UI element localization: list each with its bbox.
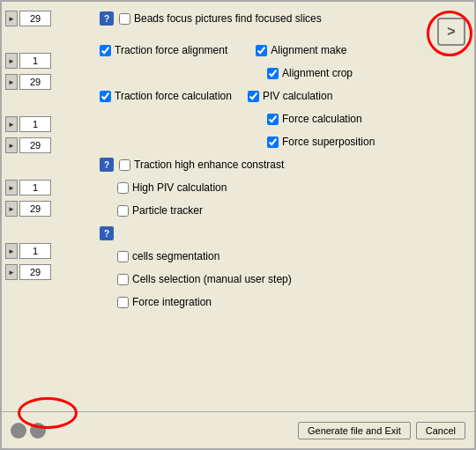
traction-high-checkbox[interactable] (119, 159, 130, 171)
cells-seg-row: cells segmentation (117, 247, 469, 266)
traction-calc-checkbox[interactable] (100, 91, 111, 102)
traction-alignment-label[interactable]: Traction force alignment (100, 44, 227, 56)
particle-tracker-text: Particle tracker (132, 204, 203, 217)
dots-container (11, 423, 46, 439)
alignment-crop-text: Alignment crop (282, 67, 353, 79)
cells-sel-checkbox[interactable] (117, 274, 129, 285)
high-piv-label[interactable]: High PIV calculation (117, 181, 227, 194)
force-calc-row: Force calculation (267, 109, 469, 129)
help-btn-2[interactable]: ? (100, 158, 114, 172)
spinner-2-arrow[interactable]: ► (5, 53, 18, 69)
traction-alignment-checkbox[interactable] (100, 45, 111, 56)
piv-calc-text: PIV calculation (263, 90, 332, 102)
spinner-5-arrow[interactable]: ► (5, 137, 18, 153)
cells-seg-text: cells segmentation (132, 250, 219, 262)
spinner-row-8: ► (5, 241, 91, 261)
spinner-5-input[interactable] (19, 137, 51, 153)
spinner-7-input[interactable] (19, 201, 51, 217)
traction-calc-row: Traction force calculation PIV calculati… (100, 86, 469, 106)
dot-1 (11, 423, 26, 439)
alignment-make-checkbox[interactable] (256, 45, 267, 56)
high-piv-text: High PIV calculation (132, 181, 227, 194)
help-row-3: ? (100, 224, 469, 243)
particle-tracker-row: Particle tracker (117, 201, 469, 220)
beads-focus-checkbox[interactable] (119, 13, 130, 25)
traction-alignment-text: Traction force alignment (115, 44, 227, 56)
beads-focus-label[interactable]: Beads focus pictures find focused slices (119, 12, 322, 25)
spinner-4-arrow[interactable]: ► (5, 116, 18, 132)
cells-seg-label[interactable]: cells segmentation (117, 250, 219, 262)
spinner-1-arrow[interactable]: ► (5, 11, 18, 26)
force-calc-label[interactable]: Force calculation (267, 113, 362, 125)
left-panel: ► ► ► ► (2, 2, 94, 407)
main-window: ► ► ► ► (0, 0, 476, 450)
piv-calc-checkbox[interactable] (248, 91, 259, 102)
alignment-crop-row: Alignment crop (267, 63, 469, 83)
spinner-row-4: ► (5, 114, 91, 134)
spinner-3-arrow[interactable]: ► (5, 74, 18, 90)
spinner-8-arrow[interactable]: ► (5, 243, 18, 259)
spinner-row-7: ► (5, 199, 91, 218)
particle-tracker-checkbox[interactable] (117, 205, 129, 217)
alignment-crop-label[interactable]: Alignment crop (267, 67, 353, 79)
spinner-7-arrow[interactable]: ► (5, 201, 18, 217)
spinner-row-9: ► (5, 262, 91, 282)
force-super-checkbox[interactable] (267, 136, 279, 148)
spinner-1-input[interactable] (19, 11, 51, 26)
force-int-row: Force integration (117, 292, 469, 312)
spinner-9-input[interactable] (19, 264, 51, 280)
alignment-make-label[interactable]: Alignment make (256, 44, 346, 56)
help-btn-1[interactable]: ? (100, 11, 114, 26)
spinner-row-2: ► (5, 51, 91, 70)
force-int-label[interactable]: Force integration (117, 296, 212, 308)
main-content: ► ► ► ► (2, 2, 474, 407)
bottom-buttons: Generate file and Exit Cancel (293, 422, 465, 439)
traction-calc-label[interactable]: Traction force calculation (100, 90, 232, 102)
spinner-row-5: ► (5, 136, 91, 155)
beads-focus-text: Beads focus pictures find focused slices (134, 12, 322, 25)
alignment-make-text: Alignment make (271, 44, 346, 56)
spinner-6-arrow[interactable]: ► (5, 180, 18, 195)
cells-sel-text: Cells selection (manual user step) (132, 273, 292, 285)
cells-sel-label[interactable]: Cells selection (manual user step) (117, 273, 292, 285)
right-arrow-button[interactable]: > (437, 18, 465, 46)
bottom-bar: Generate file and Exit Cancel (2, 411, 474, 448)
spinner-row-3: ► (5, 72, 91, 92)
alignment-crop-checkbox[interactable] (267, 68, 279, 79)
piv-calc-label[interactable]: PIV calculation (248, 90, 332, 102)
traction-high-text: Traction high enhance constrast (134, 159, 284, 171)
traction-high-row: ? Traction high enhance constrast (100, 155, 469, 174)
spinner-2-input[interactable] (19, 53, 51, 69)
traction-high-label[interactable]: Traction high enhance constrast (119, 159, 284, 171)
force-super-label[interactable]: Force superposition (267, 136, 375, 148)
high-piv-row: High PIV calculation (117, 178, 469, 197)
force-super-text: Force superposition (282, 136, 375, 148)
spinner-row-6: ► (5, 178, 91, 197)
spinner-9-arrow[interactable]: ► (5, 264, 18, 280)
force-calc-checkbox[interactable] (267, 114, 279, 125)
force-super-row: Force superposition (267, 132, 469, 151)
beads-row: ? Beads focus pictures find focused slic… (100, 9, 469, 28)
traction-alignment-row: Traction force alignment Alignment make (100, 41, 469, 60)
generate-button[interactable]: Generate file and Exit (298, 422, 411, 439)
help-btn-3[interactable]: ? (100, 226, 114, 240)
force-int-checkbox[interactable] (117, 297, 129, 308)
force-int-text: Force integration (132, 296, 212, 308)
force-calc-text: Force calculation (282, 113, 362, 125)
high-piv-checkbox[interactable] (117, 182, 129, 194)
spinner-6-input[interactable] (19, 180, 51, 195)
spinner-8-input[interactable] (19, 243, 51, 259)
spinner-3-input[interactable] (19, 74, 51, 90)
cells-seg-checkbox[interactable] (117, 251, 129, 262)
traction-calc-text: Traction force calculation (115, 90, 232, 102)
right-panel: ? Beads focus pictures find focused slic… (94, 2, 474, 407)
spinner-4-input[interactable] (19, 116, 51, 132)
particle-tracker-label[interactable]: Particle tracker (117, 204, 203, 217)
cells-sel-row: Cells selection (manual user step) (117, 269, 469, 289)
spinner-row-1: ► (5, 9, 91, 28)
cancel-button[interactable]: Cancel (416, 422, 465, 439)
dot-2 (30, 423, 46, 439)
